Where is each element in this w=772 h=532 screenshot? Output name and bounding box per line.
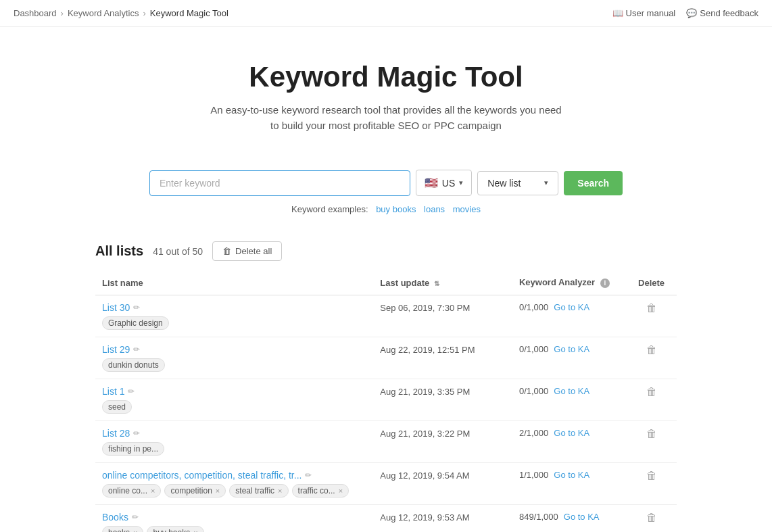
ka-ratio: 0/1,000 (519, 302, 548, 312)
breadcrumb-keyword-analytics[interactable]: Keyword Analytics (68, 8, 139, 18)
search-button[interactable]: Search (564, 171, 623, 195)
edit-icon[interactable]: ✏ (305, 470, 312, 480)
tags-row: online co...×competition×steal traffic×t… (102, 484, 366, 498)
ka-ratio: 849/1,000 (519, 512, 558, 522)
list-selector[interactable]: New list ▾ (477, 171, 558, 195)
go-to-ka-link[interactable]: Go to KA (554, 428, 589, 438)
tags-row: dunkin donuts (102, 358, 366, 372)
list-name-cell: List 1✏seed (95, 379, 373, 421)
delete-list-button[interactable]: 🗑 (633, 470, 670, 482)
edit-icon[interactable]: ✏ (133, 345, 140, 354)
go-to-ka-link[interactable]: Go to KA (554, 470, 589, 480)
delete-all-button[interactable]: 🗑 Delete all (212, 241, 282, 261)
lists-table: List name Last update ⇅ Keyword Analyzer… (95, 272, 677, 532)
ka-ratio: 2/1,000 (519, 428, 548, 438)
country-selector[interactable]: 🇺🇸 US ▾ (416, 170, 472, 196)
tag: books× (102, 526, 143, 532)
list-delete-cell: 🗑 (626, 421, 677, 463)
tags-row: seed (102, 400, 366, 414)
info-icon[interactable]: i (600, 279, 610, 288)
example-movies[interactable]: movies (453, 204, 481, 214)
list-delete-cell: 🗑 (626, 337, 677, 379)
user-manual-link[interactable]: 📖 User manual (612, 8, 676, 18)
tag-remove-icon[interactable]: × (193, 529, 197, 532)
breadcrumb-current: Keyword Magic Tool (150, 8, 228, 18)
table-row: List 29✏dunkin donutsAug 22, 2019, 12:51… (95, 337, 677, 379)
edit-icon[interactable]: ✏ (133, 303, 140, 312)
tag: online co...× (102, 484, 161, 498)
list-update-cell: Sep 06, 2019, 7:30 PM (373, 295, 512, 337)
list-delete-cell: 🗑 (626, 379, 677, 421)
tag: competition× (164, 484, 226, 498)
tag: Graphic design (102, 316, 169, 330)
breadcrumb-dashboard[interactable]: Dashboard (14, 8, 57, 18)
list-name-link[interactable]: List 30✏ (102, 302, 140, 313)
hero-section: Keyword Magic Tool An easy-to-use keywor… (0, 27, 772, 153)
delete-list-button[interactable]: 🗑 (633, 512, 670, 524)
delete-list-button[interactable]: 🗑 (633, 302, 670, 314)
chevron-down-icon-list: ▾ (544, 178, 548, 187)
table-row: List 30✏Graphic designSep 06, 2019, 7:30… (95, 295, 677, 337)
tags-row: Graphic design (102, 316, 366, 330)
go-to-ka-link[interactable]: Go to KA (554, 386, 589, 396)
list-ka-cell: 849/1,000Go to KA (512, 505, 626, 533)
lists-header: All lists 41 out of 50 🗑 Delete all (95, 241, 677, 261)
lists-title: All lists (95, 243, 143, 259)
hero-subtitle: An easy-to-use keyword research tool tha… (14, 103, 758, 133)
edit-icon[interactable]: ✏ (132, 512, 139, 522)
breadcrumb-sep-2: › (143, 8, 145, 18)
tags-row: books×buy books× (102, 526, 366, 532)
col-header-update: Last update ⇅ (373, 272, 512, 295)
examples-label: Keyword examples: (291, 204, 368, 214)
breadcrumb: Dashboard › Keyword Analytics › Keyword … (0, 0, 772, 27)
list-name-link[interactable]: List 28✏ (102, 428, 140, 439)
breadcrumb-sep-1: › (61, 8, 64, 18)
tag: buy books× (147, 526, 203, 532)
list-name-link[interactable]: Books✏ (102, 512, 139, 523)
delete-list-button[interactable]: 🗑 (633, 344, 670, 356)
list-ka-cell: 1/1,000Go to KA (512, 463, 626, 505)
book-icon: 📖 (612, 8, 623, 18)
tag-remove-icon[interactable]: × (339, 487, 343, 495)
tag: fishing in pe... (102, 442, 164, 456)
col-header-ka: Keyword Analyzer i (512, 272, 626, 295)
list-name-link[interactable]: List 1✏ (102, 386, 135, 397)
list-name-cell: Books✏books×buy books× (95, 505, 373, 533)
tags-row: fishing in pe... (102, 442, 366, 456)
list-ka-cell: 2/1,000Go to KA (512, 421, 626, 463)
table-row: online competitors, competition, steal t… (95, 463, 677, 505)
edit-icon[interactable]: ✏ (128, 387, 135, 396)
list-delete-cell: 🗑 (626, 295, 677, 337)
ka-ratio: 1/1,000 (519, 470, 548, 480)
go-to-ka-link[interactable]: Go to KA (554, 302, 589, 312)
col-header-name: List name (95, 272, 373, 295)
tag: dunkin donuts (102, 358, 165, 372)
breadcrumb-right-links: 📖 User manual 💬 Send feedback (612, 8, 758, 18)
delete-list-button[interactable]: 🗑 (633, 428, 670, 440)
tag-remove-icon[interactable]: × (278, 487, 282, 495)
example-loans[interactable]: loans (424, 204, 445, 214)
col-header-delete: Delete (626, 272, 677, 295)
tag: traffic co...× (292, 484, 349, 498)
go-to-ka-link[interactable]: Go to KA (564, 512, 600, 522)
edit-icon[interactable]: ✏ (133, 429, 140, 438)
list-name-link[interactable]: online competitors, competition, steal t… (102, 470, 312, 481)
trash-icon: 🗑 (222, 246, 231, 256)
list-update-cell: Aug 21, 2019, 3:22 PM (373, 421, 512, 463)
tag-remove-icon[interactable]: × (216, 487, 220, 495)
list-name-cell: List 29✏dunkin donuts (95, 337, 373, 379)
list-delete-cell: 🗑 (626, 463, 677, 505)
list-update-cell: Aug 21, 2019, 3:35 PM (373, 379, 512, 421)
example-buy-books[interactable]: buy books (376, 204, 416, 214)
send-feedback-link[interactable]: 💬 Send feedback (686, 8, 758, 18)
tag-remove-icon[interactable]: × (151, 487, 155, 495)
sort-icon[interactable]: ⇅ (434, 280, 439, 287)
go-to-ka-link[interactable]: Go to KA (554, 344, 589, 354)
list-update-cell: Aug 22, 2019, 12:51 PM (373, 337, 512, 379)
tag-remove-icon[interactable]: × (133, 529, 137, 532)
list-update-cell: Aug 12, 2019, 9:53 AM (373, 505, 512, 533)
ka-ratio: 0/1,000 (519, 344, 548, 354)
list-name-link[interactable]: List 29✏ (102, 344, 140, 355)
search-input[interactable] (149, 170, 410, 196)
delete-list-button[interactable]: 🗑 (633, 386, 670, 398)
